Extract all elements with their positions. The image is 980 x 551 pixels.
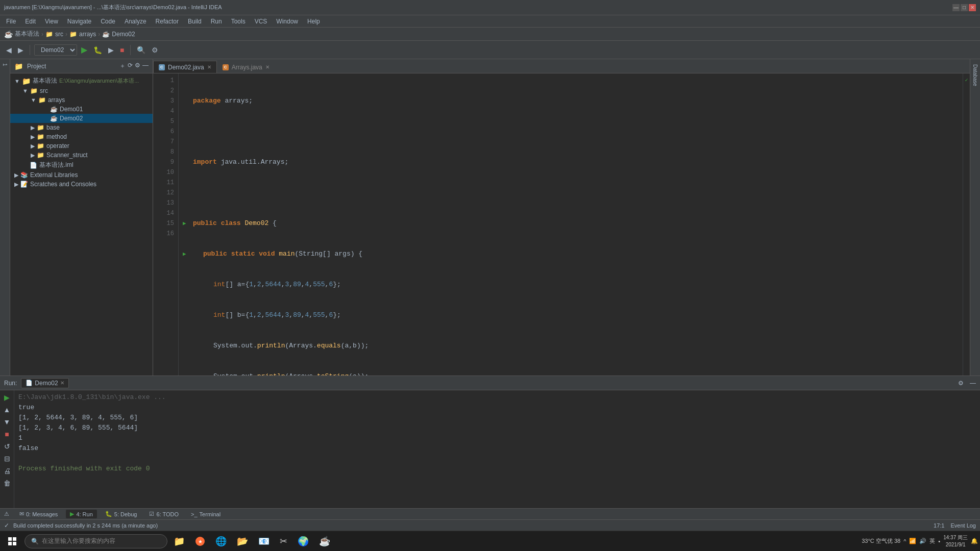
taskbar-java[interactable]: ☕	[315, 532, 334, 550]
run-down-button[interactable]: ▼	[3, 417, 12, 427]
todo-tab[interactable]: ☑ 6: TODO	[145, 510, 183, 518]
debug-tab[interactable]: 🐛 5: Debug	[101, 510, 141, 518]
settings-gear-icon[interactable]: ⚙	[135, 62, 140, 70]
menu-window[interactable]: Window	[272, 17, 302, 26]
menu-code[interactable]: Code	[96, 17, 119, 26]
close-button[interactable]: ✕	[969, 4, 976, 11]
menu-vcs[interactable]: VCS	[251, 17, 272, 26]
clock-time: 14:37 周三	[943, 534, 968, 541]
tree-scratches[interactable]: ▶ 📝 Scratches and Consoles	[10, 180, 153, 189]
minimize-button[interactable]: —	[952, 4, 960, 11]
run-settings-icon[interactable]: ⚙	[958, 380, 964, 387]
run-up-button[interactable]: ▲	[3, 405, 12, 415]
run-demo02-tab[interactable]: 📄 Demo02 ✕	[21, 378, 68, 388]
tray-expand[interactable]: ^	[903, 538, 906, 544]
windows-clock[interactable]: 14:37 周三 2021/9/1	[943, 534, 968, 548]
menu-analyze[interactable]: Analyze	[120, 17, 151, 26]
code-content[interactable]: package arrays; import java.util.Arrays;…	[179, 73, 963, 375]
run-content: ▶ ▲ ▼ ■ ↺ ⊟ 🖨 🗑 E:\Java\jdk1.8.0_131\bin…	[0, 390, 980, 508]
windows-start-button[interactable]	[2, 532, 22, 550]
taskbar-explorer2[interactable]: 📂	[233, 532, 252, 550]
run-output: E:\Java\jdk1.8.0_131\bin\java.exe ... tr…	[14, 390, 980, 508]
tree-demo01[interactable]: ☕ Demo01	[10, 105, 153, 114]
code-line-3: import java.util.Arrays;	[183, 157, 959, 167]
run-rerun-button[interactable]: ↺	[3, 441, 11, 452]
terminal-label: Terminal	[200, 511, 221, 517]
run-filter-button[interactable]: ⊟	[3, 454, 11, 464]
breadcrumb-arrays[interactable]: arrays	[79, 31, 96, 38]
breadcrumb-root[interactable]: 基本语法	[15, 30, 39, 38]
code-editor[interactable]: 1 2 3 4 5 6 7 8 9 10 11 12 13 14 15 16	[153, 73, 970, 375]
tree-iml[interactable]: 📄 基本语法.iml	[10, 160, 153, 170]
tree-operater[interactable]: ▶ 📁 operater	[10, 141, 153, 151]
taskbar-file-explorer[interactable]: 📁	[169, 532, 189, 550]
run-clear-button[interactable]: 🗑	[3, 478, 12, 488]
tree-external-libs[interactable]: ▶ 📚 External Libraries	[10, 170, 153, 180]
menu-navigate[interactable]: Navigate	[63, 17, 95, 26]
back-button[interactable]: ◀	[4, 45, 14, 55]
tree-method[interactable]: ▶ 📁 method	[10, 132, 153, 141]
add-icon[interactable]: ＋	[119, 62, 126, 70]
sync-icon[interactable]: ⟳	[128, 62, 133, 70]
taskbar-edge[interactable]: 🌐	[211, 532, 231, 550]
messages-label: 0: Messages	[26, 511, 58, 517]
taskbar-ideogram[interactable]: ★	[191, 532, 209, 550]
menu-run[interactable]: Run	[207, 17, 226, 26]
tree-base[interactable]: ▶ 📁 base	[10, 123, 153, 132]
breadcrumb-src[interactable]: src	[55, 31, 63, 38]
messages-tab[interactable]: ✉ 0: Messages	[15, 510, 62, 518]
run-button[interactable]: ▶	[79, 44, 89, 56]
breadcrumb-demo02[interactable]: Demo02	[112, 31, 135, 38]
menu-help[interactable]: Help	[303, 17, 324, 26]
project-panel-header: 📁 Project ＋ ⟳ ⚙ —	[10, 59, 153, 73]
collapse-icon[interactable]: —	[142, 62, 149, 70]
tree-src-label: src	[40, 87, 48, 94]
tab-arrays-close[interactable]: ✕	[265, 64, 270, 70]
tree-arrays[interactable]: ▼ 📁 arrays	[10, 95, 153, 105]
menu-file[interactable]: File	[2, 17, 20, 26]
tab-demo02-close[interactable]: ✕	[207, 64, 211, 70]
code-line-5: ▶ public class Demo02 {	[183, 218, 959, 229]
svg-rect-1	[13, 537, 16, 541]
weather-info: 33°C 空气优 38	[862, 537, 900, 545]
forward-button[interactable]: ▶	[16, 45, 26, 55]
taskbar-scissors[interactable]: ✂	[276, 532, 291, 550]
menu-view[interactable]: View	[41, 17, 62, 26]
run-stop-button[interactable]: ■	[4, 429, 10, 439]
settings-button[interactable]: ⚙	[150, 45, 160, 55]
run-print-button[interactable]: 🖨	[3, 466, 12, 476]
run-tab-close[interactable]: ✕	[60, 380, 64, 386]
run-restart-button[interactable]: ▶	[3, 392, 11, 403]
maximize-button[interactable]: □	[961, 4, 968, 11]
tab-arrays[interactable]: C Arrays.java ✕	[217, 61, 275, 73]
run-with-coverage[interactable]: ▶	[106, 45, 116, 55]
terminal-tab[interactable]: >_ Terminal	[187, 510, 225, 518]
menu-tools[interactable]: Tools	[227, 17, 250, 26]
toolbar: ◀ ▶ Demo02 ▶ 🐛 ▶ ■ 🔍 ⚙	[0, 41, 980, 59]
stop-button[interactable]: ■	[118, 45, 126, 55]
run-config-selector[interactable]: Demo02	[34, 44, 77, 56]
find-button[interactable]: 🔍	[135, 45, 148, 55]
run-gutter-5[interactable]: ▶	[183, 218, 193, 229]
menu-edit[interactable]: Edit	[21, 17, 40, 26]
database-label[interactable]: Database	[971, 61, 979, 89]
run-gutter-6[interactable]: ▶	[183, 249, 193, 259]
run-minimize-icon[interactable]: —	[970, 380, 976, 387]
windows-tray: 33°C 空气优 38 ^ 📶 🔊 英 • 14:37 周三 2021/9/1 …	[862, 534, 978, 548]
tree-demo02[interactable]: ☕ Demo02	[10, 114, 153, 123]
windows-search-bar[interactable]: 🔍 在这里输入你要搜索的内容	[24, 534, 167, 548]
tree-root[interactable]: ▼ 📁 基本语法 E:\Xiangmu\javarumen\基本语...	[10, 76, 153, 86]
menu-refactor[interactable]: Refactor	[152, 17, 183, 26]
run-tab-bottom[interactable]: ▶ 4: Run	[66, 510, 96, 518]
taskbar-mail[interactable]: 📧	[254, 532, 274, 550]
menu-build[interactable]: Build	[184, 17, 206, 26]
run-out-array1: [1, 2, 5644, 3, 89, 4, 555, 6]	[18, 413, 976, 423]
tab-demo02[interactable]: C Demo02.java ✕	[153, 61, 217, 73]
debug-icon: 🐛	[105, 511, 112, 517]
tree-scanner-struct[interactable]: ▶ 📁 Scanner_struct	[10, 151, 153, 160]
debug-button[interactable]: 🐛	[91, 45, 104, 55]
taskbar-chrome[interactable]: 🌍	[293, 532, 313, 550]
event-log-link[interactable]: Event Log	[950, 522, 976, 529]
tree-src[interactable]: ▼ 📁 src	[10, 86, 153, 95]
notification-icon[interactable]: 🔔	[971, 538, 978, 544]
